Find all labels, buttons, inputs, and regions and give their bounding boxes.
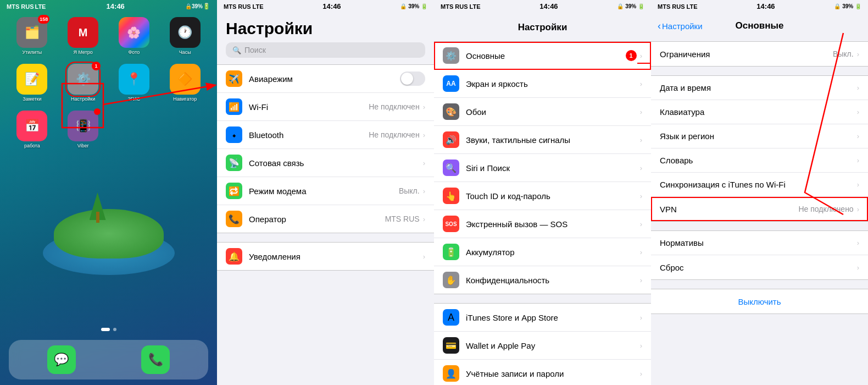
row-display[interactable]: AA Экран и яркость › <box>434 70 651 98</box>
keyboard-chevron: › <box>857 108 859 116</box>
phone-icon: 📞 <box>148 353 163 367</box>
row-shutdown[interactable]: Выключить <box>651 289 868 314</box>
row-privacy[interactable]: ✋ Конфиденциальность › <box>434 266 651 294</box>
itunes-label: iTunes Store и App Store <box>466 313 640 322</box>
back-label: Настройки <box>662 21 703 31</box>
work-icon: 📅 <box>25 119 40 133</box>
reset-label: Сброс <box>660 263 857 272</box>
notifications-chevron: › <box>423 252 425 261</box>
sos-chevron: › <box>640 220 642 228</box>
app-metro[interactable]: М Я Метро <box>60 17 107 55</box>
app-photos[interactable]: 🌸 Фото <box>111 17 158 55</box>
normativy-label: Нормативы <box>660 238 857 248</box>
dock-messages[interactable]: 💬 <box>47 345 76 374</box>
time-label: 14:46 <box>46 2 185 10</box>
app-work[interactable]: 📅 работа <box>9 111 55 148</box>
display-icon: AA <box>443 75 459 92</box>
row-battery[interactable]: 🔋 Аккумулятор › <box>434 238 651 266</box>
cellular-icon: 📡 <box>226 155 242 171</box>
app-clock[interactable]: 🕐 Часы <box>162 17 208 55</box>
battery2: 🔒 39% 🔋 <box>400 3 427 9</box>
viber-badge <box>94 108 101 115</box>
row-airplane[interactable]: ✈️ Авиарежим <box>217 65 434 93</box>
row-sos[interactable]: SOS Экстренный вызов — SOS › <box>434 210 651 238</box>
app-navigator[interactable]: 🔶 Навигатор <box>162 64 208 102</box>
hotspot-label: Режим модема <box>249 186 399 196</box>
carrier4: MTS RUS LTE <box>658 3 698 10</box>
itunes-chevron: › <box>640 314 642 322</box>
row-general[interactable]: ⚙️ Основные 1 › <box>434 42 651 70</box>
row-itunes[interactable]: A iTunes Store и App Store › <box>434 304 651 332</box>
app-settings[interactable]: ⚙️ 1 Настройки <box>60 64 107 102</box>
wifi-chevron: › <box>423 103 425 111</box>
search-bar[interactable]: 🔍 Поиск <box>226 42 425 58</box>
page-dot-1 <box>101 328 110 331</box>
row-wallpaper[interactable]: 🎨 Обои › <box>434 98 651 126</box>
app-grid-row1: 🗂️ 158 Утилиты М Я Метро 🌸 Фото 🕐 <box>0 13 217 59</box>
status-bar: MTS RUS LTE 14:46 🔒 39% 🔋 <box>0 0 217 13</box>
row-vpn[interactable]: VPN Не подключено › <box>651 197 868 221</box>
notes-label: Заметки <box>23 96 41 102</box>
page-indicator <box>0 328 217 331</box>
row-hotspot[interactable]: 🔁 Режим модема Выкл. › <box>217 177 434 205</box>
battery-row-chevron: › <box>640 248 642 256</box>
airplane-toggle[interactable] <box>400 72 425 86</box>
row-wifi[interactable]: 📶 Wi-Fi Не подключен › <box>217 93 434 121</box>
row-cellular[interactable]: 📡 Сотовая связь › <box>217 149 434 177</box>
row-datetime[interactable]: Дата и время › <box>651 76 868 100</box>
wifi-label: Wi-Fi <box>249 102 369 112</box>
settings-right-panel: MTS RUS LTE 14:46 🔒 39% 🔋 ‹ Настройки Ос… <box>651 0 868 385</box>
row-accounts[interactable]: 👤 Учётные записи и пароли › <box>434 360 651 385</box>
row-siri[interactable]: 🔍 Siri и Поиск › <box>434 154 651 182</box>
bluetooth-label: Bluetooth <box>249 130 369 140</box>
row-operator[interactable]: 📞 Оператор MTS RUS › <box>217 205 434 233</box>
accounts-icon: 👤 <box>443 365 459 382</box>
row-notifications[interactable]: 🔔 Уведомления › <box>217 243 434 270</box>
siri-icon: 🔍 <box>443 160 459 176</box>
row-touchid[interactable]: 👆 Touch ID и код-пароль › <box>434 182 651 210</box>
status-bar-4: MTS RUS LTE 14:46 🔒 39% 🔋 <box>651 0 868 13</box>
row-language[interactable]: Язык и регион › <box>651 124 868 148</box>
dock-phone[interactable]: 📞 <box>141 345 170 374</box>
row-keyboard[interactable]: Клавиатура › <box>651 100 868 124</box>
row-bluetooth[interactable]: ⬥ Bluetooth Не подключен › <box>217 121 434 149</box>
status-bar-2: MTS RUS LTE 14:46 🔒 39% 🔋 <box>217 0 434 13</box>
navigator-icon: 🔶 <box>177 72 192 86</box>
row-sounds[interactable]: 🔊 Звуки, тактильные сигналы › <box>434 126 651 154</box>
app-2gis[interactable]: 📍 2ГИС <box>111 64 158 102</box>
row-normativy[interactable]: Нормативы › <box>651 231 868 255</box>
shutdown-section: Выключить <box>651 289 868 314</box>
network-label: LTE <box>35 3 46 10</box>
operator-icon: 📞 <box>226 211 242 227</box>
photos-label: Фото <box>129 50 140 55</box>
language-chevron: › <box>857 132 859 140</box>
row-itunes-sync[interactable]: Синхронизация с iTunes по Wi-Fi › <box>651 173 868 197</box>
back-button[interactable]: ‹ Настройки <box>658 20 703 32</box>
right-nav-header: ‹ Настройки Основные <box>651 13 868 37</box>
notifications-label: Уведомления <box>249 252 423 261</box>
dictionary-label: Словарь <box>660 156 857 165</box>
utility-badge: 158 <box>38 15 49 24</box>
settings-left-panel: MTS RUS LTE 14:46 🔒 39% 🔋 Настройки 🔍 По… <box>217 0 434 385</box>
row-dictionary[interactable]: Словарь › <box>651 148 868 173</box>
siri-label: Siri и Поиск <box>466 163 640 173</box>
privacy-icon: ✋ <box>443 272 459 288</box>
row-reset[interactable]: Сброс › <box>651 255 868 279</box>
app-grid-row2: 📝 Заметки ⚙️ 1 Настройки 📍 2ГИС 🔶 <box>0 59 217 106</box>
settings-label: Настройки <box>71 96 95 102</box>
general-label: Основные <box>466 51 626 61</box>
airplane-label: Авиарежим <box>249 74 400 84</box>
row-restrictions[interactable]: Ограничения Выкл. › <box>651 42 868 66</box>
wallpaper-label: Обои <box>466 107 640 117</box>
app-viber[interactable]: 📳 Viber <box>60 111 107 148</box>
battery-label: 39% <box>192 3 203 9</box>
sos-icon: SOS <box>443 216 459 232</box>
app-notes[interactable]: 📝 Заметки <box>9 64 55 102</box>
row-wallet[interactable]: 💳 Wallet и Apple Pay › <box>434 332 651 360</box>
2gis-icon: 📍 <box>126 72 141 86</box>
app-utiliity[interactable]: 🗂️ 158 Утилиты <box>9 17 55 55</box>
itunes-sync-label: Синхронизация с iTunes по Wi-Fi <box>660 180 857 189</box>
app-empty1 <box>111 111 158 148</box>
app-grid-row3: 📅 работа 📳 Viber <box>0 106 217 153</box>
carrier3: MTS RUS LTE <box>441 3 481 10</box>
